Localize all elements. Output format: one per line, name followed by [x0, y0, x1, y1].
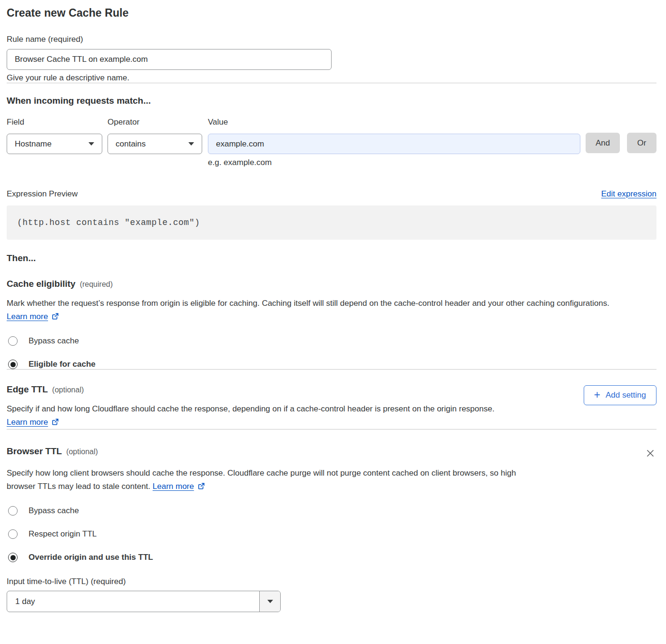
- browser-ttl-title: Browser TTL: [7, 446, 62, 457]
- edit-expression-link[interactable]: Edit expression: [601, 189, 656, 199]
- create-cache-rule-form: Create new Cache Rule Rule name (require…: [7, 7, 656, 612]
- rule-name-section: Rule name (required) Give your rule a de…: [7, 35, 656, 83]
- external-link-icon: [51, 418, 59, 426]
- radio-button-icon: [8, 553, 18, 562]
- ttl-select-value: 1 day: [7, 591, 35, 612]
- radio-label: Eligible for cache: [29, 360, 96, 369]
- ttl-input-label: Input time-to-live (TTL) (required): [7, 577, 656, 586]
- radio-button-icon: [8, 336, 18, 346]
- learn-more-link[interactable]: Learn more: [153, 482, 194, 491]
- radio-label: Bypass cache: [29, 506, 79, 516]
- radio-label: Bypass cache: [29, 336, 79, 346]
- close-browser-ttl-button[interactable]: [644, 447, 656, 459]
- field-column: Field Hostname: [7, 117, 102, 154]
- divider: [7, 83, 656, 83]
- external-link-icon: [51, 312, 59, 320]
- optional-badge: (optional): [66, 448, 98, 456]
- expression-code-text: (http.host contains "example.com"): [17, 218, 200, 227]
- radio-bypass-cache[interactable]: Bypass cache: [8, 336, 656, 346]
- match-heading: When incoming requests match...: [7, 96, 656, 106]
- edge-ttl-description-text: Specify if and how long Cloudflare shoul…: [7, 404, 494, 413]
- operator-column: Operator contains: [108, 117, 202, 154]
- and-button[interactable]: And: [586, 133, 620, 153]
- browser-ttl-radio-group: Bypass cache Respect origin TTL Override…: [7, 506, 656, 562]
- value-help: e.g. example.com: [208, 158, 580, 167]
- chevron-down-icon: [267, 600, 273, 603]
- operator-label: Operator: [108, 117, 202, 127]
- rule-name-input[interactable]: [7, 49, 332, 70]
- ttl-select-arrow-button[interactable]: [259, 591, 280, 612]
- plus-icon: +: [594, 390, 600, 400]
- radio-button-icon: [8, 360, 18, 369]
- browser-ttl-header-row: Browser TTL (optional): [7, 446, 656, 459]
- radio-eligible-for-cache[interactable]: Eligible for cache: [8, 360, 656, 369]
- cache-eligibility-title: Cache eligibility: [7, 279, 76, 289]
- divider: [7, 429, 656, 429]
- add-setting-button[interactable]: + Add setting: [584, 385, 657, 405]
- edge-ttl-header-row: Edge TTL (optional) Specify if and how l…: [7, 384, 656, 429]
- value-input[interactable]: [208, 134, 580, 154]
- chevron-down-icon: [88, 142, 94, 146]
- chevron-down-icon: [188, 142, 194, 146]
- cache-eligibility-description-text: Mark whether the request’s response from…: [7, 299, 609, 308]
- or-button[interactable]: Or: [627, 133, 656, 153]
- divider: [7, 369, 656, 370]
- expression-preview-label: Expression Preview: [7, 189, 78, 199]
- radio-override-origin-ttl[interactable]: Override origin and use this TTL: [8, 553, 656, 562]
- browser-ttl-description: Specify how long client browsers should …: [7, 467, 532, 493]
- expression-header: Expression Preview Edit expression: [7, 189, 656, 199]
- field-select-value: Hostname: [15, 139, 51, 149]
- external-link-icon: [197, 482, 205, 490]
- field-label: Field: [7, 117, 102, 127]
- radio-label: Override origin and use this TTL: [29, 553, 153, 562]
- cache-eligibility-radio-group: Bypass cache Eligible for cache: [7, 336, 656, 369]
- radio-bypass-cache[interactable]: Bypass cache: [8, 506, 656, 516]
- match-condition-row: Field Hostname Operator contains Value e…: [7, 117, 656, 167]
- page-title: Create new Cache Rule: [7, 7, 656, 20]
- expression-code-block: (http.host contains "example.com"): [7, 205, 656, 240]
- cache-eligibility-header: Cache eligibility (required): [7, 279, 656, 289]
- radio-label: Respect origin TTL: [29, 529, 97, 539]
- rule-name-label: Rule name (required): [7, 35, 656, 44]
- then-heading: Then...: [7, 253, 656, 263]
- add-setting-label: Add setting: [606, 390, 646, 400]
- ttl-select[interactable]: 1 day: [7, 591, 281, 612]
- value-label: Value: [208, 117, 580, 127]
- operator-select-value: contains: [116, 139, 146, 149]
- optional-badge: (optional): [52, 386, 84, 394]
- learn-more-link[interactable]: Learn more: [7, 418, 48, 427]
- operator-select[interactable]: contains: [108, 134, 202, 154]
- radio-button-icon: [8, 506, 18, 516]
- radio-respect-origin-ttl[interactable]: Respect origin TTL: [8, 529, 656, 539]
- edge-ttl-description: Specify if and how long Cloudflare shoul…: [7, 402, 532, 429]
- browser-ttl-header: Browser TTL (optional): [7, 446, 98, 457]
- close-icon: [645, 448, 656, 459]
- rule-name-help: Give your rule a descriptive name.: [7, 73, 656, 83]
- learn-more-link[interactable]: Learn more: [7, 312, 48, 321]
- cache-eligibility-description: Mark whether the request’s response from…: [7, 297, 642, 323]
- required-badge: (required): [80, 280, 113, 289]
- field-select[interactable]: Hostname: [7, 134, 102, 154]
- browser-ttl-description-text: Specify how long client browsers should …: [7, 468, 516, 491]
- edge-ttl-title: Edge TTL: [7, 384, 48, 395]
- ttl-input-section: Input time-to-live (TTL) (required) 1 da…: [7, 577, 656, 612]
- value-column: Value e.g. example.com: [208, 117, 580, 167]
- edge-ttl-header: Edge TTL (optional): [7, 384, 532, 395]
- radio-button-icon: [8, 529, 18, 539]
